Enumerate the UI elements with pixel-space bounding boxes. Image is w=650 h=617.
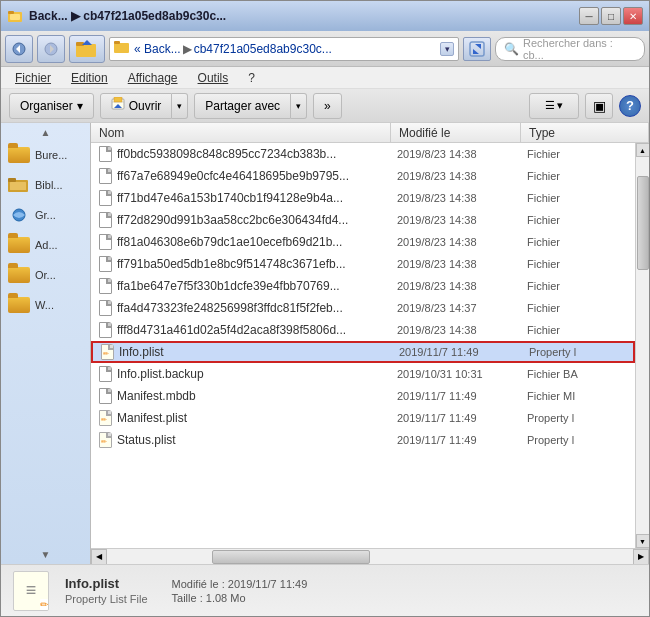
status-size-label: Taille : (172, 592, 206, 604)
menu-help[interactable]: ? (242, 69, 261, 87)
breadcrumb-back[interactable]: « Back... (134, 42, 181, 56)
organiser-button[interactable]: Organiser ▾ (9, 93, 94, 119)
more-button[interactable]: » (313, 93, 342, 119)
file-name: ff81a046308e6b79dc1ae10ecefb69d21b... (117, 235, 342, 249)
file-name: Manifest.mbdb (117, 389, 196, 403)
minimize-button[interactable]: ─ (579, 7, 599, 25)
file-icon (97, 212, 113, 228)
refresh-button[interactable] (463, 37, 491, 61)
svg-rect-20 (10, 182, 26, 190)
address-bar[interactable]: « Back... ▶ cb47f21a05ed8ab9c30c... ▾ (109, 37, 459, 61)
horizontal-scrollbar[interactable]: ◀ ▶ (91, 548, 649, 564)
sidebar-item-label-gr: Gr... (35, 209, 56, 221)
window-icon (7, 8, 23, 24)
menu-outils[interactable]: Outils (192, 69, 235, 87)
breadcrumb: « Back... ▶ cb47f21a05ed8ab9c30c... (134, 42, 434, 56)
table-row[interactable]: Info.plist.backup2019/10/31 10:31Fichier… (91, 363, 635, 385)
partager-button[interactable]: Partager avec (194, 93, 291, 119)
close-button[interactable]: ✕ (623, 7, 643, 25)
vertical-scrollbar[interactable]: ▲ ▼ (635, 143, 649, 548)
search-icon: 🔍 (504, 42, 519, 56)
menu-fichier[interactable]: Fichier (9, 69, 57, 87)
sidebar-scroll-down[interactable]: ▼ (3, 549, 88, 560)
sidebar-item-or[interactable]: Or... (3, 262, 88, 288)
partager-dropdown-button[interactable]: ▾ (291, 93, 307, 119)
table-row[interactable]: ff81a046308e6b79dc1ae10ecefb69d21b...201… (91, 231, 635, 253)
file-date: 2019/11/7 11:49 (391, 434, 521, 446)
status-icon-lines: ≡ (26, 580, 37, 601)
table-row[interactable]: Manifest.mbdb2019/11/7 11:49Fichier MI (91, 385, 635, 407)
sidebar-item-label-bureau: Bure... (35, 149, 67, 161)
sidebar-item-w[interactable]: W... (3, 292, 88, 318)
column-headers: Nom Modifié le Type (91, 123, 649, 143)
window-controls: ─ □ ✕ (579, 7, 643, 25)
search-bar[interactable]: 🔍 Rechercher dans : cb... (495, 37, 645, 61)
file-list[interactable]: ff0bdc5938098c848c895cc7234cb383b...2019… (91, 143, 635, 548)
hscroll-right-button[interactable]: ▶ (633, 549, 649, 565)
hscroll-left-button[interactable]: ◀ (91, 549, 107, 565)
table-row[interactable]: fff8d4731a461d02a5f4d2aca8f398f5806d...2… (91, 319, 635, 341)
breadcrumb-current[interactable]: cb47f21a05ed8ab9c30c... (194, 42, 332, 56)
scroll-down-button[interactable]: ▼ (636, 534, 650, 548)
hscroll-thumb[interactable] (212, 550, 370, 564)
status-modified: Modifié le : 2019/11/7 11:49 (172, 578, 308, 590)
sidebar-item-label-or: Or... (35, 269, 56, 281)
ouvrir-button[interactable]: Ouvrir (100, 93, 173, 119)
file-date: 2019/8/23 14:38 (391, 192, 521, 204)
back-button[interactable] (5, 35, 33, 63)
folder-up-button[interactable] (69, 35, 105, 63)
svg-rect-10 (114, 43, 129, 53)
sidebar-item-bib[interactable]: Bibl... (3, 172, 88, 198)
scroll-thumb[interactable] (637, 176, 649, 270)
view-button[interactable]: ☰ ▾ (529, 93, 579, 119)
table-row[interactable]: ffa1be647e7f5f330b1dcfe39e4fbb70769...20… (91, 275, 635, 297)
svg-marker-14 (473, 49, 479, 54)
file-type: Fichier (521, 148, 635, 160)
col-header-name[interactable]: Nom (91, 123, 391, 142)
sidebar-item-gr[interactable]: Gr... (3, 202, 88, 228)
sidebar-item-bureau[interactable]: Bure... (3, 142, 88, 168)
table-row[interactable]: ✏ Info.plist2019/11/7 11:49Property l (91, 341, 635, 363)
organiser-label: Organiser (20, 99, 73, 113)
plist-icon: ✏ (99, 344, 115, 360)
file-icon (97, 146, 113, 162)
main-area: ▲ Bure... Bibl... (1, 123, 649, 564)
file-name: ff0bdc5938098c848c895cc7234cb383b... (117, 147, 336, 161)
table-row[interactable]: ff0bdc5938098c848c895cc7234cb383b...2019… (91, 143, 635, 165)
col-header-date[interactable]: Modifié le (391, 123, 521, 142)
table-row[interactable]: ✏ Manifest.plist2019/11/7 11:49Property … (91, 407, 635, 429)
file-name: Info.plist (119, 345, 164, 359)
table-row[interactable]: ff791ba50ed5db1e8bc9f514748c3671efb...20… (91, 253, 635, 275)
table-row[interactable]: ff67a7e68949e0cfc4e46418695be9b9795...20… (91, 165, 635, 187)
file-type: Property l (523, 346, 633, 358)
file-icon (97, 256, 113, 272)
col-header-type[interactable]: Type (521, 123, 649, 142)
sidebar-scroll-up[interactable]: ▲ (3, 127, 88, 138)
file-list-wrapper: ff0bdc5938098c848c895cc7234cb383b...2019… (91, 143, 649, 548)
table-row[interactable]: ff71bd47e46a153b1740cb1f94128e9b4a...201… (91, 187, 635, 209)
maximize-button[interactable]: □ (601, 7, 621, 25)
file-icon (97, 300, 113, 316)
sidebar-item-ad[interactable]: Ad... (3, 232, 88, 258)
file-icon (97, 322, 113, 338)
ouvrir-dropdown-button[interactable]: ▾ (172, 93, 188, 119)
menu-affichage[interactable]: Affichage (122, 69, 184, 87)
address-dropdown-button[interactable]: ▾ (440, 42, 454, 56)
table-row[interactable]: ffa4d473323fe248256998f3ffdc81f5f2feb...… (91, 297, 635, 319)
forward-button[interactable] (37, 35, 65, 63)
breadcrumb-separator: ▶ (183, 42, 192, 56)
pane-button[interactable]: ▣ (585, 93, 613, 119)
scroll-up-button[interactable]: ▲ (636, 143, 650, 157)
table-row[interactable]: ff72d8290d991b3aa58cc2bc6e306434fd4...20… (91, 209, 635, 231)
file-type: Fichier BA (521, 368, 635, 380)
svg-marker-13 (475, 44, 481, 49)
table-row[interactable]: ✏ Status.plist2019/11/7 11:49Property l (91, 429, 635, 451)
status-modified-label: Modifié le : (172, 578, 228, 590)
bureau-folder-icon (7, 145, 31, 165)
menu-edition[interactable]: Edition (65, 69, 114, 87)
organiser-dropdown-icon: ▾ (77, 99, 83, 113)
file-name: fff8d4731a461d02a5f4d2aca8f398f5806d... (117, 323, 346, 337)
file-type: Fichier (521, 236, 635, 248)
file-date: 2019/11/7 11:49 (393, 346, 523, 358)
help-button[interactable]: ? (619, 95, 641, 117)
